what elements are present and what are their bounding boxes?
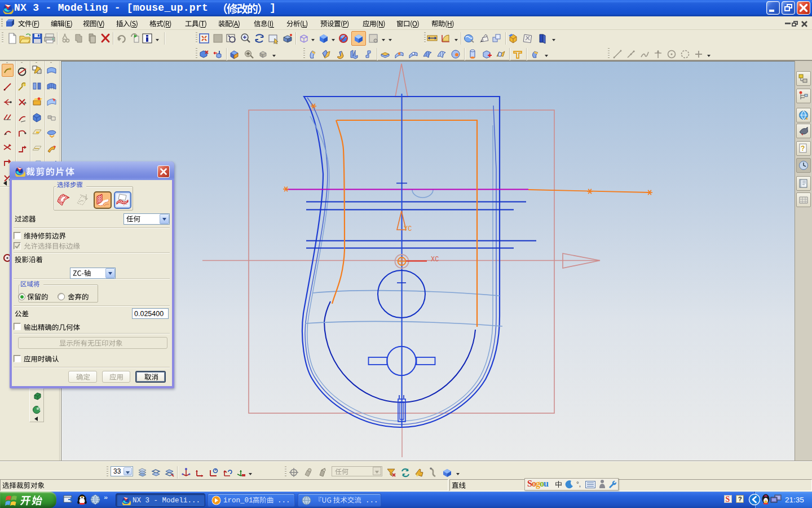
svg-text:?: ? xyxy=(801,144,805,152)
